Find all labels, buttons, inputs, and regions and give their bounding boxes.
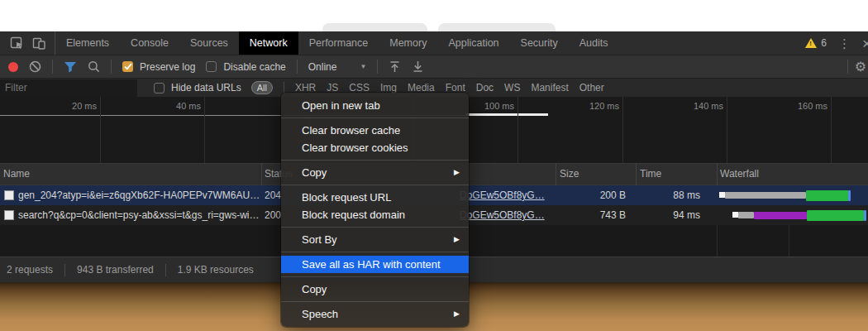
column-header-size[interactable]: Size: [560, 164, 579, 185]
timeline-tick-label: 20 ms: [26, 101, 97, 111]
toolbar-divider: [847, 60, 848, 74]
timeline-gridline: [831, 97, 832, 163]
tab-memory[interactable]: Memory: [379, 31, 437, 55]
panel-tabs: ElementsConsoleSourcesNetworkPerformance…: [55, 31, 618, 55]
waterfall-segment-blue: [864, 210, 866, 221]
export-har-icon[interactable]: [412, 60, 424, 73]
document-icon: [4, 210, 14, 220]
menu-item-copy[interactable]: Copy▶: [281, 164, 469, 181]
type-filter-all[interactable]: All: [251, 81, 273, 94]
type-filter-img[interactable]: Img: [380, 82, 397, 94]
menu-separator: [281, 252, 469, 252]
menu-separator: [281, 276, 469, 277]
disable-cache-label: Disable cache: [223, 61, 285, 73]
inspect-element-icon[interactable]: [10, 36, 24, 50]
type-filter-font[interactable]: Font: [446, 82, 465, 94]
filter-funnel-icon[interactable]: [64, 61, 77, 73]
column-header-name[interactable]: Name: [3, 164, 30, 185]
column-divider[interactable]: [717, 164, 718, 185]
menu-item-block-request-url[interactable]: Block request URL: [281, 189, 469, 206]
type-filter-xhr[interactable]: XHR: [295, 82, 316, 94]
menu-item-copy[interactable]: Copy: [281, 281, 469, 298]
menu-item-open-in-new-tab[interactable]: Open in new tab: [281, 97, 469, 114]
toolbar-divider: [377, 60, 378, 74]
waterfall-segment-purple: [754, 212, 807, 219]
tab-audits[interactable]: Audits: [569, 31, 619, 55]
tab-elements[interactable]: Elements: [55, 31, 120, 55]
submenu-arrow-icon: ▶: [454, 231, 460, 248]
request-size: 743 B: [556, 205, 626, 225]
column-divider[interactable]: [556, 164, 556, 185]
request-size: 200 B: [556, 185, 626, 205]
record-network-log-button[interactable]: [8, 62, 18, 72]
type-filter-css[interactable]: CSS: [349, 82, 370, 94]
type-filter-doc[interactable]: Doc: [476, 82, 494, 94]
browser-tab-placeholder[interactable]: [322, 23, 427, 31]
request-initiator-link[interactable]: DoGEw5OBf8yG…: [460, 205, 545, 225]
timeline-gridline: [517, 97, 518, 163]
filter-divider: [284, 82, 284, 94]
tab-network[interactable]: Network: [239, 31, 298, 55]
menu-item-block-request-domain[interactable]: Block request domain: [281, 206, 469, 223]
clear-network-log-icon[interactable]: [29, 60, 41, 73]
import-har-icon[interactable]: [389, 60, 401, 73]
overview-activity-bar: [465, 113, 548, 116]
search-icon[interactable]: [88, 60, 100, 73]
menu-separator: [281, 185, 469, 185]
console-warning-badge[interactable]: ! 6: [805, 37, 827, 49]
toolbar-divider: [297, 60, 298, 74]
toolbar-divider: [111, 60, 112, 74]
request-name[interactable]: search?q&cp=0&client=psy-ab&xssi=t&gs_ri…: [18, 205, 260, 225]
menu-separator: [281, 160, 469, 161]
menu-item-save-all-as-har-with-content[interactable]: Save all as HAR with content: [281, 256, 469, 273]
waterfall-start-marker: [732, 212, 738, 218]
throttling-dropdown[interactable]: Online ▼: [308, 61, 367, 73]
filter-input[interactable]: [0, 79, 137, 97]
submenu-arrow-icon: ▶: [454, 164, 460, 181]
devtools-tabbar: ElementsConsoleSourcesNetworkPerformance…: [0, 31, 868, 55]
tabbar-right-controls: ! 6 ⋮ ×: [805, 36, 868, 51]
type-filter-media[interactable]: Media: [408, 82, 435, 94]
tab-application[interactable]: Application: [437, 31, 509, 55]
column-header-waterfall[interactable]: Waterfall: [720, 164, 759, 185]
timeline-gridline: [204, 97, 205, 163]
menu-separator: [281, 118, 469, 118]
type-filter-manifest[interactable]: Manifest: [531, 82, 568, 94]
preserve-log-label: Preserve log: [140, 61, 195, 73]
preserve-log-checkbox[interactable]: Preserve log: [122, 61, 195, 73]
toolbar-right: ⚙: [847, 59, 868, 74]
screenshot-root: ElementsConsoleSourcesNetworkPerformance…: [0, 0, 868, 331]
close-devtools-icon[interactable]: ×: [862, 36, 868, 51]
disable-cache-checkbox[interactable]: Disable cache: [206, 61, 285, 73]
menu-item-speech[interactable]: Speech▶: [281, 305, 469, 323]
request-initiator-link[interactable]: DoGEw5OBf8yG…: [460, 185, 545, 205]
tab-console[interactable]: Console: [120, 31, 179, 55]
column-divider[interactable]: [636, 164, 637, 185]
tab-performance[interactable]: Performance: [298, 31, 379, 55]
menu-item-sort-by[interactable]: Sort By▶: [281, 231, 469, 248]
summary-divider: [64, 264, 65, 276]
tab-sources[interactable]: Sources: [179, 31, 239, 55]
menu-item-clear-browser-cache[interactable]: Clear browser cache: [281, 122, 469, 139]
tab-security[interactable]: Security: [510, 31, 569, 55]
column-divider[interactable]: [261, 164, 262, 185]
hide-data-urls-label: Hide data URLs: [171, 82, 241, 94]
hide-data-urls-checkbox[interactable]: Hide data URLs: [154, 82, 241, 94]
timeline-tick-label: 140 ms: [652, 101, 723, 111]
settings-gear-icon[interactable]: ⚙: [855, 59, 866, 74]
browser-tab-placeholder[interactable]: [438, 23, 556, 31]
more-options-icon[interactable]: ⋮: [838, 37, 851, 50]
summary-item: 1.9 KB resources: [178, 264, 254, 276]
request-name[interactable]: gen_204?atyp=i&ei=z6qgXb62F-HA0PEPv7WM6A…: [18, 185, 260, 205]
device-toolbar-icon[interactable]: [32, 36, 46, 50]
column-header-time[interactable]: Time: [640, 164, 661, 185]
document-icon: [4, 190, 14, 200]
warning-count: 6: [821, 37, 827, 49]
type-filter-ws[interactable]: WS: [504, 82, 520, 94]
menu-item-clear-browser-cookies[interactable]: Clear browser cookies: [281, 139, 469, 156]
type-filter-other[interactable]: Other: [579, 82, 604, 94]
summary-item: 2 requests: [7, 264, 53, 276]
type-filter-js[interactable]: JS: [327, 82, 338, 94]
menu-separator: [281, 301, 469, 302]
context-menu: Open in new tabClear browser cacheClear …: [281, 93, 469, 327]
